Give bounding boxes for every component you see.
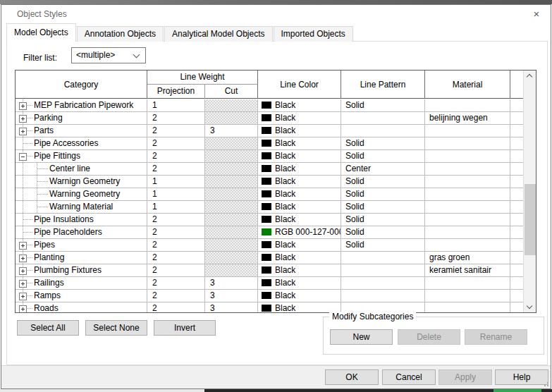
tab-imported-objects[interactable]: Imported Objects [274,26,353,42]
line-color-cell[interactable]: Black [258,137,341,149]
expand-icon[interactable] [19,128,27,135]
select-none-button[interactable]: Select None [85,320,147,336]
line-color-cell[interactable]: Black [258,163,341,175]
line-color-cell[interactable]: Black [258,264,341,276]
line-pattern-cell[interactable]: Solid [341,99,425,111]
help-button[interactable]: Help [495,369,548,385]
category-cell[interactable]: Ramps [16,290,147,302]
line-color-cell[interactable]: Black [258,214,341,226]
category-cell[interactable]: Roads [16,302,147,313]
category-cell[interactable]: Pipe Fittings [16,150,147,162]
line-pattern-cell[interactable]: Solid [341,239,425,251]
projection-cell[interactable]: 2 [147,163,205,175]
table-row[interactable]: Warning Material1BlackSolid [16,201,523,214]
cut-cell[interactable]: 3 [205,302,258,313]
cut-cell[interactable]: 3 [205,125,258,137]
table-row[interactable]: Roads23Black [16,302,523,313]
line-pattern-cell[interactable]: Solid [341,226,425,238]
material-cell[interactable] [425,137,510,149]
table-row[interactable]: Warnign Geometry1BlackSolid [16,176,523,188]
table-row[interactable]: Ramps23Black [16,290,523,302]
cut-cell[interactable] [205,252,258,264]
category-cell[interactable]: Parking [16,112,147,124]
table-row[interactable]: Pipe Placeholders2RGB 000-127-000Solid [16,226,523,239]
table-row[interactable]: Pipe Fittings2BlackSolid [16,150,523,163]
line-color-cell[interactable]: Black [258,150,341,162]
table-row[interactable]: Railings23Black [16,277,523,290]
cut-cell[interactable] [205,150,258,162]
line-pattern-cell[interactable]: Solid [341,188,425,200]
line-color-cell[interactable]: Black [258,239,341,251]
category-cell[interactable]: Pipe Insulations [16,214,147,226]
cut-cell[interactable]: 3 [205,290,258,302]
new-subcategory-button[interactable]: New [330,329,393,345]
projection-cell[interactable]: 2 [147,302,205,313]
line-pattern-cell[interactable] [341,252,425,264]
line-pattern-cell[interactable] [341,290,425,302]
projection-cell[interactable]: 2 [147,252,205,264]
cut-cell[interactable] [205,201,258,213]
table-row[interactable]: Parking2Blackbelijning wegen [16,112,523,125]
cut-cell[interactable] [205,226,258,238]
material-cell[interactable] [425,214,510,226]
vertical-scrollbar[interactable] [523,71,536,312]
tab-model-objects[interactable]: Model Objects [6,23,76,42]
material-cell[interactable] [425,239,510,251]
line-color-cell[interactable]: Black [258,252,341,264]
projection-cell[interactable]: 2 [147,239,205,251]
table-row[interactable]: Center line2BlackCenter [16,163,523,176]
cut-cell[interactable] [205,163,258,175]
cancel-button[interactable]: Cancel [382,369,436,385]
cut-cell[interactable]: 3 [205,277,258,289]
title-bar[interactable]: Object Styles × [1,5,551,23]
material-cell[interactable]: keramiet sanitair [425,264,510,276]
material-cell[interactable] [425,176,510,188]
table-row[interactable]: Warning Geometry1BlackSolid [16,188,523,201]
table-row[interactable]: Pipe Accessories2BlackSolid [16,137,523,150]
line-pattern-cell[interactable]: Solid [341,176,425,188]
material-cell[interactable]: belijning wegen [425,112,510,124]
projection-cell[interactable]: 2 [147,226,205,238]
expand-icon[interactable] [19,115,27,123]
table-row[interactable]: Parts23Black [16,125,523,137]
collapse-icon[interactable] [19,153,27,161]
table-row[interactable]: Plumbing Fixtures2Blackkeramiet sanitair [16,264,523,277]
material-cell[interactable] [425,188,510,200]
expand-icon[interactable] [19,102,27,110]
projection-cell[interactable]: 1 [147,99,205,111]
projection-cell[interactable]: 2 [147,264,205,276]
cut-cell[interactable] [205,188,258,200]
projection-cell[interactable]: 2 [147,290,205,302]
cut-cell[interactable] [205,112,258,124]
material-cell[interactable]: gras groen [425,252,510,264]
cut-cell[interactable] [205,264,258,276]
cut-cell[interactable] [205,137,258,149]
category-cell[interactable]: Pipe Accessories [16,137,147,149]
table-row[interactable]: Planting2Blackgras groen [16,252,523,264]
projection-cell[interactable]: 2 [147,277,205,289]
projection-cell[interactable]: 2 [147,125,205,137]
expand-icon[interactable] [19,305,27,313]
category-cell[interactable]: Warnign Geometry [16,176,147,188]
material-cell[interactable] [425,125,510,137]
line-color-cell[interactable]: Black [258,99,341,111]
category-cell[interactable]: Pipes [16,239,147,251]
material-cell[interactable] [425,99,510,111]
line-color-cell[interactable]: Black [258,125,341,137]
line-color-cell[interactable]: Black [258,176,341,188]
category-cell[interactable]: Center line [16,163,147,175]
projection-cell[interactable]: 2 [147,137,205,149]
line-pattern-cell[interactable] [341,125,425,137]
material-cell[interactable] [425,302,510,313]
expand-icon[interactable] [19,267,27,275]
select-all-button[interactable]: Select All [17,320,79,336]
table-row[interactable]: Pipes2BlackSolid [16,239,523,252]
line-color-cell[interactable]: Black [258,188,341,200]
resize-grip[interactable] [542,380,549,387]
projection-cell[interactable]: 1 [147,201,205,213]
projection-cell[interactable]: 2 [147,112,205,124]
category-cell[interactable]: Pipe Placeholders [16,226,147,238]
close-icon[interactable]: × [527,6,546,21]
material-cell[interactable] [425,150,510,162]
table-row[interactable]: MEP Fabrication Pipework1BlackSolid [16,99,523,112]
